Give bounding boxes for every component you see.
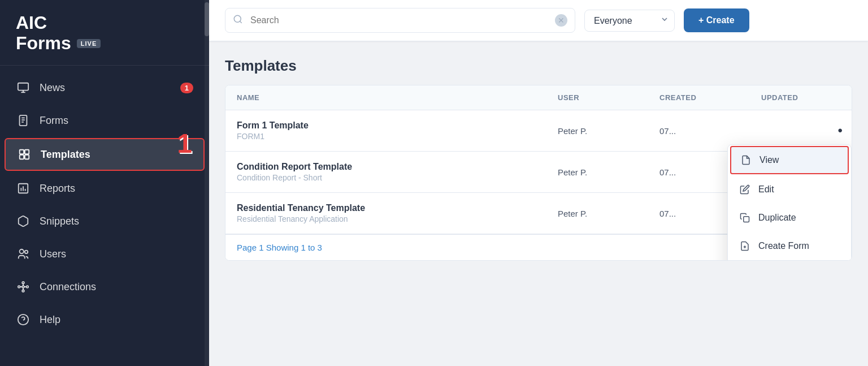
templates-icon	[17, 147, 32, 162]
row-1-code: FORM1	[237, 132, 535, 141]
menu-item-create-form-label: Create Form	[758, 241, 809, 251]
svg-rect-30	[744, 217, 749, 222]
connections-icon	[16, 279, 31, 294]
sidebar-item-help-label: Help	[40, 314, 60, 326]
templates-table: NAME USER CREATED UPDATED Form 1 Templat…	[225, 85, 852, 261]
search-input[interactable]	[225, 8, 575, 33]
svg-rect-8	[25, 150, 29, 154]
sidebar-item-users[interactable]: Users	[0, 238, 209, 270]
svg-rect-0	[18, 83, 28, 91]
filter-select[interactable]: Everyone My Templates	[584, 10, 675, 32]
table-header: NAME USER CREATED UPDATED	[225, 85, 852, 110]
svg-point-18	[22, 282, 24, 284]
row-1-created: 07...	[648, 116, 750, 146]
sidebar-item-connections[interactable]: Connections	[0, 270, 209, 303]
svg-rect-7	[20, 150, 24, 154]
sidebar-item-reports[interactable]: Reports	[0, 172, 209, 205]
reports-icon	[16, 181, 31, 196]
sidebar-item-news[interactable]: News 1	[0, 71, 209, 104]
search-wrap: ✕	[225, 8, 575, 33]
search-clear-button[interactable]: ✕	[555, 14, 567, 27]
help-icon	[16, 312, 31, 327]
menu-item-edit[interactable]: Edit	[728, 175, 851, 204]
row-3-name-cell: Residential Tenancy Template Residential…	[225, 193, 546, 234]
sidebar-item-snippets[interactable]: Snippets	[0, 205, 209, 238]
svg-rect-10	[25, 155, 29, 159]
row-1-user: Peter P.	[546, 116, 648, 146]
svg-point-19	[27, 286, 29, 288]
doc-icon	[740, 154, 752, 166]
row-1-name-cell: Form 1 Template FORM1	[225, 110, 546, 151]
edit-icon	[739, 184, 750, 195]
menu-item-view-label: View	[760, 155, 779, 165]
col-name: NAME	[225, 85, 546, 110]
sidebar-item-templates[interactable]: Templates	[5, 138, 205, 171]
context-menu: 2 View Edit	[727, 144, 852, 261]
sidebar-item-forms-label: Forms	[40, 115, 68, 127]
main-content: ✕ Everyone My Templates + Create Templat…	[209, 0, 868, 366]
row-1-name: Form 1 Template	[237, 120, 535, 131]
row-1-more-button[interactable]: •	[838, 123, 843, 139]
col-created: CREATED	[648, 85, 750, 110]
svg-point-16	[25, 251, 28, 254]
sidebar-nav: News 1 Forms Templates Reports	[0, 66, 209, 366]
svg-point-21	[18, 286, 20, 288]
page-title: Templates	[225, 57, 852, 75]
snippets-icon	[16, 214, 31, 229]
sidebar-scrollbar-thumb	[205, 2, 209, 36]
col-user: USER	[546, 85, 648, 110]
logo-aic: AIC	[16, 14, 193, 32]
sidebar-item-users-label: Users	[40, 248, 66, 260]
topbar: ✕ Everyone My Templates + Create	[209, 0, 868, 41]
create-button[interactable]: + Create	[684, 8, 749, 32]
row-2-name-cell: Condition Report Template Condition Repo…	[225, 152, 546, 192]
menu-item-edit-label: Edit	[758, 184, 774, 195]
row-3-code: Residential Tenancy Application	[237, 214, 535, 223]
users-icon	[16, 247, 31, 261]
row-3-name: Residential Tenancy Template	[237, 203, 535, 213]
create-form-icon	[739, 240, 750, 252]
pagination-text: Page 1 Showing 1 to 3	[237, 243, 322, 252]
row-3-user: Peter P.	[546, 199, 648, 229]
news-badge: 1	[180, 83, 193, 93]
sidebar-item-help[interactable]: Help	[0, 303, 209, 336]
svg-point-17	[22, 286, 24, 288]
row-2-code: Condition Report - Short	[237, 173, 535, 182]
duplicate-icon	[739, 212, 750, 223]
table-row: Form 1 Template FORM1 Peter P. 07... • 2…	[225, 110, 852, 152]
news-icon	[16, 80, 31, 95]
forms-icon	[16, 113, 31, 128]
logo-forms: Forms	[16, 33, 71, 54]
menu-item-create-form[interactable]: Create Form	[728, 232, 851, 260]
svg-line-29	[240, 21, 241, 23]
sidebar: AIC Forms LIVE 1 News 1 Forms Te	[0, 0, 209, 366]
col-updated: UPDATED	[750, 85, 852, 110]
menu-item-duplicate-label: Duplicate	[758, 213, 796, 223]
content-area: Templates NAME USER CREATED UPDATED Form…	[209, 41, 868, 366]
sidebar-item-news-label: News	[40, 82, 65, 94]
row-2-name: Condition Report Template	[237, 162, 535, 172]
app-logo: AIC Forms LIVE	[0, 0, 209, 66]
sidebar-item-connections-label: Connections	[40, 281, 96, 293]
row-1-updated	[750, 120, 852, 141]
menu-item-duplicate[interactable]: Duplicate	[728, 204, 851, 232]
live-badge: LIVE	[77, 39, 101, 48]
svg-point-28	[234, 15, 241, 22]
sidebar-item-reports-label: Reports	[40, 183, 75, 195]
sidebar-scrollbar[interactable]	[205, 0, 209, 366]
svg-point-15	[20, 249, 24, 253]
row-2-user: Peter P.	[546, 157, 648, 187]
filter-wrap: Everyone My Templates	[584, 10, 675, 32]
menu-item-view[interactable]: View	[730, 146, 849, 174]
svg-point-20	[22, 290, 24, 292]
search-icon	[233, 14, 243, 27]
svg-rect-9	[20, 155, 24, 159]
sidebar-item-forms[interactable]: Forms	[0, 104, 209, 137]
sidebar-item-templates-label: Templates	[41, 149, 90, 161]
sidebar-item-snippets-label: Snippets	[40, 216, 79, 227]
